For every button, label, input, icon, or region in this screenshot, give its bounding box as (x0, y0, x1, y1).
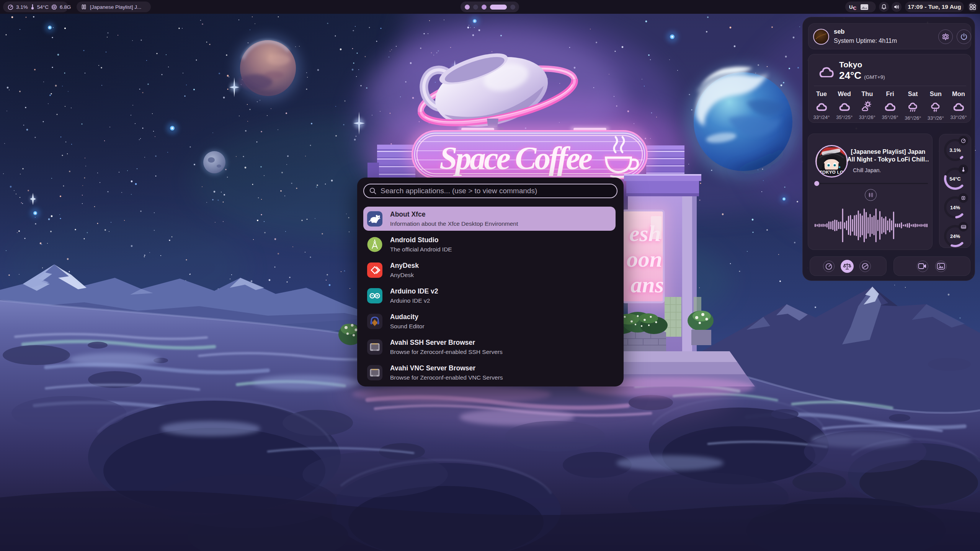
svg-text:3.1%: 3.1% (949, 147, 961, 153)
svg-text:14%: 14% (950, 205, 960, 210)
svg-text:24%: 24% (950, 233, 960, 239)
svg-text:oon: oon (627, 246, 662, 272)
svg-text:54°C: 54°C (949, 176, 961, 182)
svg-text:Space Coffee: Space Coffee (439, 140, 593, 176)
svg-text:ans: ans (630, 272, 664, 297)
